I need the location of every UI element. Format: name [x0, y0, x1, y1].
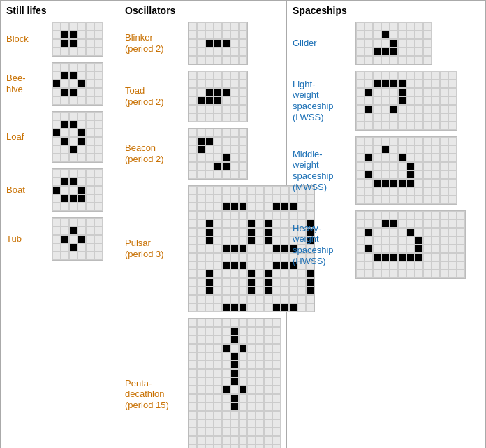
dead-cell — [440, 88, 448, 96]
dead-cell — [247, 419, 256, 428]
alive-cell — [390, 80, 398, 88]
alive-cell — [390, 219, 398, 228]
dead-cell — [364, 71, 373, 80]
dead-cell — [423, 88, 432, 96]
dead-cell — [205, 445, 214, 448]
alive-cell — [381, 48, 390, 56]
dead-cell — [52, 169, 61, 178]
dead-cell — [264, 428, 272, 436]
dead-cell — [222, 137, 230, 145]
dead-cell — [239, 211, 247, 219]
dead-cell — [86, 178, 94, 186]
dead-cell — [222, 369, 230, 377]
dead-cell — [440, 113, 448, 122]
dead-cell — [415, 31, 423, 39]
dead-cell — [440, 219, 448, 228]
alive-cell — [205, 236, 214, 245]
dead-cell — [264, 419, 272, 428]
dead-cell — [440, 245, 448, 253]
dead-cell — [373, 245, 381, 253]
dead-cell — [247, 303, 256, 312]
dead-cell — [448, 154, 457, 162]
pattern-row: Toad (period 2) — [125, 71, 281, 122]
dead-cell — [272, 428, 281, 436]
dead-cell — [440, 71, 448, 80]
dead-cell — [214, 261, 222, 270]
dead-cell — [432, 253, 440, 261]
dead-cell — [214, 154, 222, 162]
dead-cell — [440, 236, 448, 245]
alive-cell — [239, 261, 247, 270]
dead-cell — [86, 252, 94, 260]
pattern-row: Bee- hive — [6, 62, 113, 106]
dead-cell — [239, 137, 247, 145]
dead-cell — [214, 352, 222, 361]
dead-cell — [423, 261, 432, 270]
dead-cell — [205, 22, 214, 31]
dead-cell — [189, 403, 197, 411]
dead-cell — [52, 120, 61, 129]
dead-cell — [214, 303, 222, 312]
dead-cell — [52, 48, 61, 56]
dead-cell — [247, 352, 256, 361]
dead-cell — [214, 194, 222, 203]
alive-cell — [52, 129, 61, 137]
dead-cell — [373, 88, 381, 96]
dead-cell — [222, 31, 230, 39]
alive-cell — [69, 120, 78, 129]
dead-cell — [423, 31, 432, 39]
dead-cell — [432, 105, 440, 113]
dead-cell — [189, 352, 197, 361]
dead-cell — [239, 80, 247, 88]
dead-cell — [406, 113, 415, 122]
still-patterns-container: BlockBee- hiveLoafBoatTub — [6, 22, 113, 261]
dead-cell — [356, 31, 364, 39]
dead-cell — [86, 31, 94, 39]
dead-cell — [214, 129, 222, 137]
dead-cell — [197, 377, 205, 386]
dead-cell — [381, 56, 390, 64]
grid — [52, 217, 103, 261]
dead-cell — [222, 96, 230, 105]
dead-cell — [398, 145, 406, 154]
dead-cell — [356, 96, 364, 105]
alive-cell — [415, 245, 423, 253]
dead-cell — [448, 88, 457, 96]
dead-cell — [214, 31, 222, 39]
dead-cell — [230, 105, 239, 113]
dead-cell — [222, 377, 230, 386]
dead-cell — [230, 445, 239, 448]
dead-cell — [264, 445, 272, 448]
dead-cell — [381, 171, 390, 179]
dead-cell — [222, 113, 230, 122]
dead-cell — [214, 105, 222, 113]
dead-cell — [94, 145, 103, 154]
dead-cell — [189, 56, 197, 64]
dead-cell — [364, 137, 373, 145]
dead-cell — [61, 96, 69, 105]
dead-cell — [440, 261, 448, 270]
dead-cell — [197, 445, 205, 448]
dead-cell — [94, 178, 103, 186]
dead-cell — [432, 236, 440, 245]
dead-cell — [381, 88, 390, 96]
dead-cell — [432, 187, 440, 196]
dead-cell — [423, 219, 432, 228]
dead-cell — [189, 369, 197, 377]
dead-cell — [373, 145, 381, 154]
dead-cell — [256, 194, 264, 203]
dead-cell — [86, 88, 94, 96]
dead-cell — [423, 179, 432, 187]
dead-cell — [415, 179, 423, 187]
dead-cell — [239, 361, 247, 369]
dead-cell — [239, 113, 247, 122]
dead-cell — [390, 96, 398, 105]
alive-cell — [364, 88, 373, 96]
dead-cell — [264, 411, 272, 419]
dead-cell — [222, 22, 230, 31]
grid — [188, 71, 248, 122]
dead-cell — [390, 22, 398, 31]
dead-cell — [214, 278, 222, 287]
dead-cell — [264, 377, 272, 386]
dead-cell — [214, 113, 222, 122]
